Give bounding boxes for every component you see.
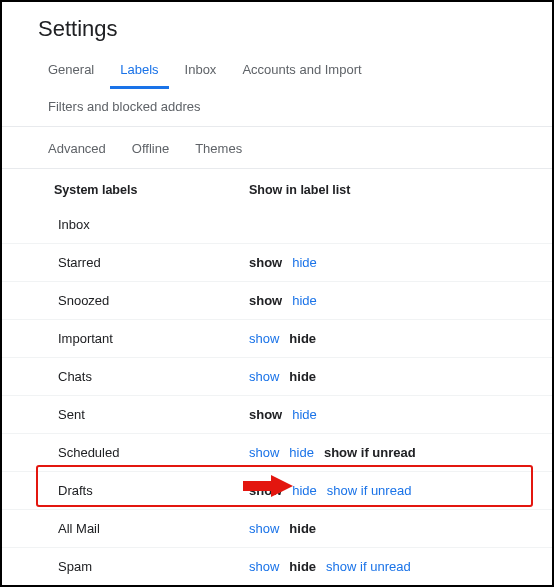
table-row: Snoozedshowhide (2, 281, 552, 319)
label-name: Starred (2, 255, 249, 270)
label-name: Drafts (2, 483, 249, 498)
label-name: Important (2, 331, 249, 346)
action-show[interactable]: show (249, 331, 279, 346)
label-name: Spam (2, 559, 249, 574)
table-row: All Mailshowhide (2, 509, 552, 547)
action-hide[interactable]: hide (289, 521, 316, 536)
action-show[interactable]: show (249, 293, 282, 308)
tabs-row-1: GeneralLabelsInboxAccounts and ImportFil… (2, 52, 552, 127)
action-hide[interactable]: hide (289, 445, 314, 460)
label-actions: showhide (249, 369, 316, 384)
table-row: Inbox (2, 205, 552, 243)
tab-accounts-and-import[interactable]: Accounts and Import (232, 52, 371, 89)
page-title: Settings (2, 2, 552, 48)
table-row: Draftsshowhideshow if unread (2, 471, 552, 509)
table-row: Spamshowhideshow if unread (2, 547, 552, 585)
label-actions: showhideshow if unread (249, 483, 411, 498)
action-show[interactable]: show (249, 445, 279, 460)
label-name: Inbox (2, 217, 249, 232)
action-show-if-unread[interactable]: show if unread (326, 559, 411, 574)
action-show[interactable]: show (249, 407, 282, 422)
header-show-in-list: Show in label list (249, 183, 350, 197)
table-row: Importantshowhide (2, 319, 552, 357)
tabs-row-2: AdvancedOfflineThemes (2, 131, 552, 168)
tab-filters-and-blocked-addres[interactable]: Filters and blocked addres (38, 89, 210, 126)
table-row: Sentshowhide (2, 395, 552, 433)
action-hide[interactable]: hide (289, 559, 316, 574)
tab-labels[interactable]: Labels (110, 52, 168, 89)
label-actions: showhide (249, 407, 317, 422)
label-actions: showhide (249, 521, 316, 536)
tab-general[interactable]: General (38, 52, 104, 89)
labels-table: InboxStarredshowhideSnoozedshowhideImpor… (2, 205, 552, 587)
tab-themes[interactable]: Themes (185, 131, 252, 168)
table-row: Scheduledshowhideshow if unread (2, 433, 552, 471)
action-hide[interactable]: hide (289, 369, 316, 384)
label-actions: showhideshow if unread (249, 559, 411, 574)
action-hide[interactable]: hide (289, 331, 316, 346)
action-hide[interactable]: hide (292, 293, 317, 308)
header-system-labels: System labels (2, 183, 249, 197)
action-hide[interactable]: hide (292, 483, 317, 498)
label-name: Chats (2, 369, 249, 384)
action-show[interactable]: show (249, 521, 279, 536)
tab-advanced[interactable]: Advanced (38, 131, 116, 168)
table-row: Chatsshowhide (2, 357, 552, 395)
label-actions: showhide (249, 293, 317, 308)
table-header: System labels Show in label list (2, 169, 552, 205)
action-show-if-unread[interactable]: show if unread (327, 483, 412, 498)
tab-inbox[interactable]: Inbox (175, 52, 227, 89)
action-show[interactable]: show (249, 559, 279, 574)
label-name: Snoozed (2, 293, 249, 308)
label-actions: showhide (249, 331, 316, 346)
label-actions: showhideshow if unread (249, 445, 416, 460)
table-row: Starredshowhide (2, 243, 552, 281)
tab-offline[interactable]: Offline (122, 131, 179, 168)
action-hide[interactable]: hide (292, 407, 317, 422)
action-show[interactable]: show (249, 483, 282, 498)
label-name: All Mail (2, 521, 249, 536)
action-show[interactable]: show (249, 369, 279, 384)
action-hide[interactable]: hide (292, 255, 317, 270)
label-name: Sent (2, 407, 249, 422)
label-name: Scheduled (2, 445, 249, 460)
action-show-if-unread[interactable]: show if unread (324, 445, 416, 460)
action-show[interactable]: show (249, 255, 282, 270)
label-actions: showhide (249, 255, 317, 270)
